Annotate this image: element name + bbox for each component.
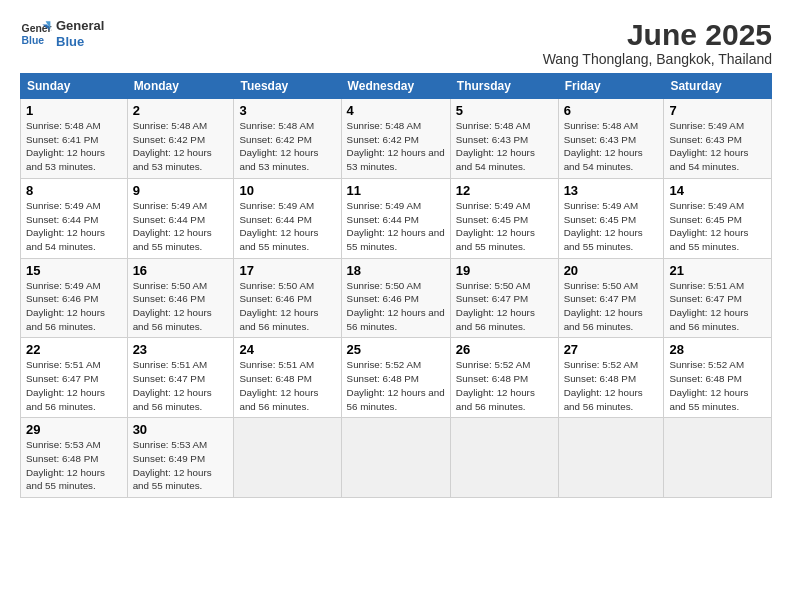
day-number: 17 — [239, 263, 335, 278]
calendar-cell — [664, 418, 772, 498]
calendar-cell: 9Sunrise: 5:49 AMSunset: 6:44 PMDaylight… — [127, 178, 234, 258]
day-number: 26 — [456, 342, 553, 357]
svg-text:Blue: Blue — [22, 35, 45, 46]
day-info: Sunrise: 5:49 AMSunset: 6:44 PMDaylight:… — [347, 199, 445, 254]
calendar-cell: 27Sunrise: 5:52 AMSunset: 6:48 PMDayligh… — [558, 338, 664, 418]
logo-general: General — [56, 18, 104, 34]
col-tuesday: Tuesday — [234, 74, 341, 99]
day-number: 6 — [564, 103, 659, 118]
day-number: 20 — [564, 263, 659, 278]
calendar-cell: 25Sunrise: 5:52 AMSunset: 6:48 PMDayligh… — [341, 338, 450, 418]
day-number: 18 — [347, 263, 445, 278]
day-number: 11 — [347, 183, 445, 198]
calendar-cell: 2Sunrise: 5:48 AMSunset: 6:42 PMDaylight… — [127, 99, 234, 179]
day-info: Sunrise: 5:49 AMSunset: 6:44 PMDaylight:… — [133, 199, 229, 254]
calendar-cell: 16Sunrise: 5:50 AMSunset: 6:46 PMDayligh… — [127, 258, 234, 338]
day-info: Sunrise: 5:53 AMSunset: 6:49 PMDaylight:… — [133, 438, 229, 493]
logo: General Blue General Blue — [20, 18, 104, 50]
day-info: Sunrise: 5:49 AMSunset: 6:43 PMDaylight:… — [669, 119, 766, 174]
calendar-cell: 15Sunrise: 5:49 AMSunset: 6:46 PMDayligh… — [21, 258, 128, 338]
calendar-cell: 24Sunrise: 5:51 AMSunset: 6:48 PMDayligh… — [234, 338, 341, 418]
day-info: Sunrise: 5:53 AMSunset: 6:48 PMDaylight:… — [26, 438, 122, 493]
calendar-cell: 26Sunrise: 5:52 AMSunset: 6:48 PMDayligh… — [450, 338, 558, 418]
col-saturday: Saturday — [664, 74, 772, 99]
day-info: Sunrise: 5:52 AMSunset: 6:48 PMDaylight:… — [456, 358, 553, 413]
header: General Blue General Blue June 2025 Wang… — [20, 18, 772, 67]
day-info: Sunrise: 5:49 AMSunset: 6:45 PMDaylight:… — [456, 199, 553, 254]
col-monday: Monday — [127, 74, 234, 99]
calendar-cell: 10Sunrise: 5:49 AMSunset: 6:44 PMDayligh… — [234, 178, 341, 258]
day-info: Sunrise: 5:52 AMSunset: 6:48 PMDaylight:… — [669, 358, 766, 413]
day-number: 10 — [239, 183, 335, 198]
day-info: Sunrise: 5:50 AMSunset: 6:47 PMDaylight:… — [564, 279, 659, 334]
calendar-table: Sunday Monday Tuesday Wednesday Thursday… — [20, 73, 772, 498]
day-number: 12 — [456, 183, 553, 198]
day-number: 30 — [133, 422, 229, 437]
calendar-week-4: 22Sunrise: 5:51 AMSunset: 6:47 PMDayligh… — [21, 338, 772, 418]
day-number: 28 — [669, 342, 766, 357]
day-number: 29 — [26, 422, 122, 437]
day-info: Sunrise: 5:51 AMSunset: 6:47 PMDaylight:… — [133, 358, 229, 413]
logo-icon: General Blue — [20, 18, 52, 50]
col-friday: Friday — [558, 74, 664, 99]
day-number: 23 — [133, 342, 229, 357]
day-number: 24 — [239, 342, 335, 357]
day-info: Sunrise: 5:51 AMSunset: 6:48 PMDaylight:… — [239, 358, 335, 413]
day-info: Sunrise: 5:50 AMSunset: 6:46 PMDaylight:… — [239, 279, 335, 334]
day-number: 16 — [133, 263, 229, 278]
day-info: Sunrise: 5:51 AMSunset: 6:47 PMDaylight:… — [26, 358, 122, 413]
day-info: Sunrise: 5:48 AMSunset: 6:43 PMDaylight:… — [564, 119, 659, 174]
day-info: Sunrise: 5:49 AMSunset: 6:45 PMDaylight:… — [564, 199, 659, 254]
day-number: 1 — [26, 103, 122, 118]
day-info: Sunrise: 5:48 AMSunset: 6:43 PMDaylight:… — [456, 119, 553, 174]
calendar-cell — [558, 418, 664, 498]
day-number: 21 — [669, 263, 766, 278]
day-number: 27 — [564, 342, 659, 357]
day-number: 9 — [133, 183, 229, 198]
header-row: Sunday Monday Tuesday Wednesday Thursday… — [21, 74, 772, 99]
day-number: 7 — [669, 103, 766, 118]
calendar-cell: 1Sunrise: 5:48 AMSunset: 6:41 PMDaylight… — [21, 99, 128, 179]
calendar-cell: 11Sunrise: 5:49 AMSunset: 6:44 PMDayligh… — [341, 178, 450, 258]
calendar-cell: 19Sunrise: 5:50 AMSunset: 6:47 PMDayligh… — [450, 258, 558, 338]
day-info: Sunrise: 5:50 AMSunset: 6:47 PMDaylight:… — [456, 279, 553, 334]
calendar-cell: 3Sunrise: 5:48 AMSunset: 6:42 PMDaylight… — [234, 99, 341, 179]
calendar-cell: 22Sunrise: 5:51 AMSunset: 6:47 PMDayligh… — [21, 338, 128, 418]
day-info: Sunrise: 5:52 AMSunset: 6:48 PMDaylight:… — [347, 358, 445, 413]
day-info: Sunrise: 5:50 AMSunset: 6:46 PMDaylight:… — [347, 279, 445, 334]
col-sunday: Sunday — [21, 74, 128, 99]
calendar-cell: 4Sunrise: 5:48 AMSunset: 6:42 PMDaylight… — [341, 99, 450, 179]
calendar-cell: 5Sunrise: 5:48 AMSunset: 6:43 PMDaylight… — [450, 99, 558, 179]
calendar-cell: 8Sunrise: 5:49 AMSunset: 6:44 PMDaylight… — [21, 178, 128, 258]
day-info: Sunrise: 5:48 AMSunset: 6:41 PMDaylight:… — [26, 119, 122, 174]
calendar-body: 1Sunrise: 5:48 AMSunset: 6:41 PMDaylight… — [21, 99, 772, 498]
calendar-cell — [234, 418, 341, 498]
day-info: Sunrise: 5:49 AMSunset: 6:44 PMDaylight:… — [26, 199, 122, 254]
calendar-cell: 12Sunrise: 5:49 AMSunset: 6:45 PMDayligh… — [450, 178, 558, 258]
day-info: Sunrise: 5:51 AMSunset: 6:47 PMDaylight:… — [669, 279, 766, 334]
day-number: 14 — [669, 183, 766, 198]
day-number: 3 — [239, 103, 335, 118]
calendar-cell: 17Sunrise: 5:50 AMSunset: 6:46 PMDayligh… — [234, 258, 341, 338]
calendar-cell: 7Sunrise: 5:49 AMSunset: 6:43 PMDaylight… — [664, 99, 772, 179]
col-wednesday: Wednesday — [341, 74, 450, 99]
calendar-week-5: 29Sunrise: 5:53 AMSunset: 6:48 PMDayligh… — [21, 418, 772, 498]
calendar-cell — [341, 418, 450, 498]
calendar-cell: 13Sunrise: 5:49 AMSunset: 6:45 PMDayligh… — [558, 178, 664, 258]
day-info: Sunrise: 5:48 AMSunset: 6:42 PMDaylight:… — [347, 119, 445, 174]
calendar-cell: 20Sunrise: 5:50 AMSunset: 6:47 PMDayligh… — [558, 258, 664, 338]
day-info: Sunrise: 5:49 AMSunset: 6:46 PMDaylight:… — [26, 279, 122, 334]
main-title: June 2025 — [543, 18, 772, 51]
day-number: 13 — [564, 183, 659, 198]
day-number: 4 — [347, 103, 445, 118]
page: General Blue General Blue June 2025 Wang… — [0, 0, 792, 612]
day-info: Sunrise: 5:49 AMSunset: 6:45 PMDaylight:… — [669, 199, 766, 254]
day-info: Sunrise: 5:48 AMSunset: 6:42 PMDaylight:… — [239, 119, 335, 174]
day-number: 19 — [456, 263, 553, 278]
calendar-cell — [450, 418, 558, 498]
calendar-cell: 14Sunrise: 5:49 AMSunset: 6:45 PMDayligh… — [664, 178, 772, 258]
calendar-cell: 28Sunrise: 5:52 AMSunset: 6:48 PMDayligh… — [664, 338, 772, 418]
calendar-cell: 6Sunrise: 5:48 AMSunset: 6:43 PMDaylight… — [558, 99, 664, 179]
calendar-cell: 21Sunrise: 5:51 AMSunset: 6:47 PMDayligh… — [664, 258, 772, 338]
day-number: 2 — [133, 103, 229, 118]
